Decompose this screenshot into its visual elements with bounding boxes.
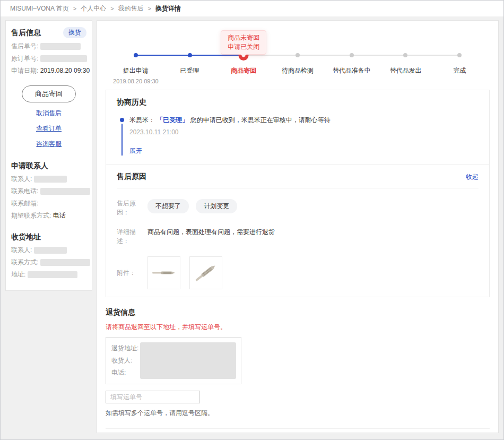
aftersales-info-panel: 售后信息 换货 售后单号: 原订单号: 申请日期: 2019.08.20 09:… <box>5 20 92 291</box>
submit-area: 确认并提交 <box>106 428 490 433</box>
detail-label: 详细描述： <box>117 228 147 246</box>
redacted-value <box>40 188 90 195</box>
apply-date-field: 申请日期: 2019.08.20 09:30 <box>11 67 86 75</box>
step-label: 商品寄回 <box>216 66 271 75</box>
tooltip-line2: 申请已关闭 <box>228 42 259 51</box>
field-label: 联系方式: <box>11 258 38 266</box>
reason-tags-row: 售后原因： 不想要了 计划变更 <box>117 199 479 217</box>
step-dot-done-icon <box>188 53 192 57</box>
status-tooltip: 商品未寄回 申请已关闭 <box>221 30 266 55</box>
redacted-address-value <box>140 342 236 379</box>
reason-tag: 计划变更 <box>196 199 237 213</box>
collapse-link[interactable]: 收起 <box>466 172 479 182</box>
attachments-row: 附件： <box>117 256 479 289</box>
drill-bit-image <box>192 259 220 287</box>
contact-section-title: 申请联系人 <box>11 161 86 171</box>
field-label: 联系人: <box>11 175 32 183</box>
negotiation-entry: 米思米： 「已受理」 您的申请已收到，米思米正在审核中，请耐心等待 2023.1… <box>120 116 479 156</box>
reason-tag: 不想要了 <box>147 199 189 213</box>
contact-email-field: 联系邮箱: <box>11 200 86 208</box>
redacted-value <box>34 176 67 183</box>
aftersales-detail-panel: 提出申请 2019.08.20 09:30 已受理 商品未寄回 申请已关闭 ✕ … <box>97 20 499 433</box>
field-label: 联系邮箱: <box>11 200 38 207</box>
attachment-image-tool-diagonal[interactable] <box>189 256 222 289</box>
return-goods-button[interactable]: 商品寄回 <box>22 85 76 102</box>
expand-link[interactable]: 展开 <box>129 146 142 156</box>
step-label: 提出申请 <box>109 66 163 75</box>
step-label: 已受理 <box>163 66 217 75</box>
cancel-aftersales-link[interactable]: 取消售后 <box>11 109 86 118</box>
content-area: 售后信息 换货 售后单号: 原订单号: 申请日期: 2019.08.20 09:… <box>1 16 503 437</box>
breadcrumb-current-page: 换货详情 <box>155 4 181 13</box>
step-label: 待商品检测 <box>271 66 325 75</box>
breadcrumb-personal-center[interactable]: 个人中心 <box>81 4 106 13</box>
tracking-note: 如需填写多个运单号，请用逗号区隔。 <box>106 409 490 418</box>
step-dot-pending-icon <box>296 53 300 57</box>
breadcrumb-separator-icon: > <box>148 5 151 12</box>
tracking-number-input[interactable] <box>106 391 200 403</box>
contact-phone-field: 联系电话: <box>11 187 86 195</box>
entry-status: 「已受理」 <box>157 116 188 124</box>
original-order-field: 原订单号: <box>11 55 86 63</box>
step-date: 2019.08.20 09:30 <box>109 78 163 84</box>
return-info-title: 退货信息 <box>106 308 490 317</box>
receiver-phone-field: 联系方式: <box>11 258 86 266</box>
attachment-label: 附件： <box>117 269 147 278</box>
drill-bit-image <box>150 259 178 287</box>
step-label: 替代品准备中 <box>325 66 379 75</box>
field-label: 售后单号: <box>11 42 38 50</box>
panel-title: 售后信息 <box>11 28 41 38</box>
entry-time: 2023.10.11 21:00 <box>129 128 479 136</box>
breadcrumb-my-aftersales[interactable]: 我的售后 <box>118 4 144 13</box>
view-order-link[interactable]: 查看订单 <box>11 124 86 133</box>
entry-author: 米思米： <box>129 116 155 124</box>
redacted-value <box>40 259 90 266</box>
return-info-section: 退货信息 请将商品退回至以下地址，并填写运单号。 退货地址: 收货人: 电话: … <box>97 297 498 418</box>
reason-label: 售后原因： <box>117 199 147 217</box>
step-label: 完成 <box>432 66 486 75</box>
timeline-line <box>121 124 123 156</box>
history-reason-card: 协商历史 米思米： 「已受理」 您的申请已收到，米思米正在审核中，请耐心等待 2… <box>106 90 490 297</box>
reason-title: 售后原因 <box>117 172 146 182</box>
preferred-contact-value: 电话 <box>53 212 66 219</box>
breadcrumb-home[interactable]: MISUMI–VONA 首页 <box>10 4 69 13</box>
contact-name-field: 联系人: <box>11 175 86 183</box>
step-dot-done-icon <box>134 53 138 57</box>
receiver-name-field: 联系人: <box>11 246 86 254</box>
field-label: 联系人: <box>11 246 32 254</box>
return-notice: 请将商品退回至以下地址，并填写运单号。 <box>106 323 490 332</box>
field-label: 地址: <box>11 271 25 278</box>
apply-date-value: 2019.08.20 09:30 <box>40 67 90 74</box>
step-dot-pending-icon <box>457 53 462 57</box>
progress-stepper: 提出申请 2019.08.20 09:30 已受理 商品未寄回 申请已关闭 ✕ … <box>109 50 486 84</box>
redacted-value <box>28 271 77 278</box>
preferred-contact-field: 期望联系方式: 电话 <box>11 212 86 220</box>
breadcrumb-separator-icon: > <box>110 5 114 12</box>
timeline-dot-icon <box>120 118 124 122</box>
step-dot-pending-icon <box>403 53 407 57</box>
negotiation-history-section: 协商历史 米思米： 「已受理」 您的申请已收到，米思米正在审核中，请耐心等待 2… <box>106 90 489 164</box>
field-label: 期望联系方式: <box>11 212 51 219</box>
step-dot-pending-icon <box>350 53 354 57</box>
field-label: 原订单号: <box>11 55 38 62</box>
aftersales-reason-section: 售后原因 收起 售后原因： 不想要了 计划变更 详细描述： 商品有问题，表面处理… <box>106 165 489 297</box>
negotiation-title: 协商历史 <box>117 98 479 107</box>
aftersales-number-field: 售后单号: <box>11 42 86 50</box>
attachment-image-tool-horizontal[interactable] <box>147 256 180 289</box>
exchange-type-badge: 换货 <box>63 27 86 38</box>
entry-message: 您的申请已收到，米思米正在审核中，请耐心等待 <box>190 116 331 124</box>
breadcrumb: MISUMI–VONA 首页 > 个人中心 > 我的售后 > 换货详情 <box>1 1 503 16</box>
redacted-value <box>34 247 67 254</box>
page: MISUMI–VONA 首页 > 个人中心 > 我的售后 > 换货详情 售后信息… <box>0 0 504 440</box>
contact-service-link[interactable]: 咨询客服 <box>11 140 86 149</box>
detail-text: 商品有问题，表面处理有问题，需要进行退货 <box>147 228 275 246</box>
breadcrumb-separator-icon: > <box>73 5 76 12</box>
step-label: 替代品发出 <box>379 66 433 75</box>
receiver-address-field: 地址: <box>11 271 86 279</box>
address-section-title: 收货地址 <box>11 232 86 242</box>
redacted-value <box>40 43 81 50</box>
redacted-value <box>40 55 87 62</box>
return-address-box: 退货地址: 收货人: 电话: <box>106 337 241 384</box>
step-complete: 完成 <box>432 50 486 84</box>
detail-description-row: 详细描述： 商品有问题，表面处理有问题，需要进行退货 <box>117 228 479 246</box>
